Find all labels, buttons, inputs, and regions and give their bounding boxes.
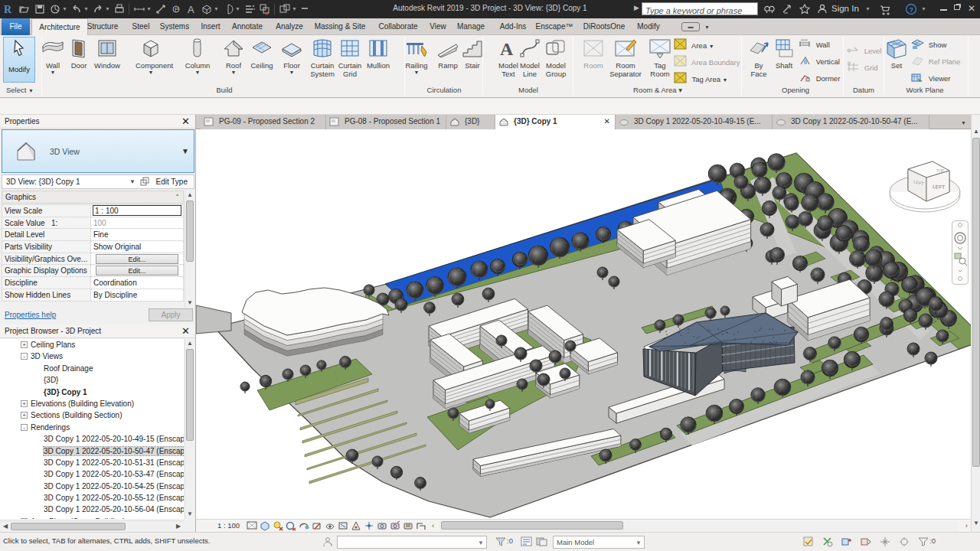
svg-text:LEFT: LEFT — [933, 184, 945, 190]
svg-text:A: A — [500, 39, 514, 59]
svg-text:?: ? — [910, 6, 914, 14]
svg-text:TOP: TOP — [936, 168, 945, 173]
